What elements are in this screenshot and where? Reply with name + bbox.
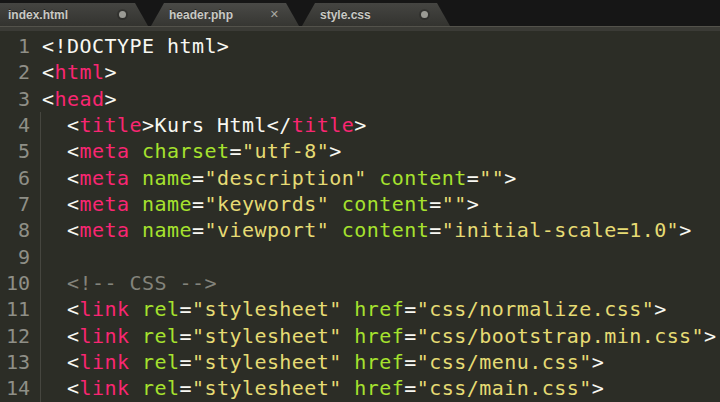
token: head bbox=[55, 87, 105, 111]
line-text: <link rel="stylesheet" href="css/menu.cs… bbox=[42, 349, 604, 375]
token: href bbox=[354, 324, 404, 348]
token bbox=[129, 218, 142, 242]
token: < bbox=[42, 192, 79, 216]
line-number[interactable]: 1 bbox=[0, 33, 30, 59]
token: > bbox=[654, 297, 667, 321]
token: = bbox=[179, 376, 192, 400]
line-text: <link rel="stylesheet" href="css/normali… bbox=[42, 296, 667, 322]
line-number[interactable]: 11 bbox=[0, 296, 30, 322]
token: name bbox=[142, 166, 192, 190]
code-line[interactable]: 10 <!-- CSS --> bbox=[0, 270, 720, 296]
tab-style.css[interactable]: style.css bbox=[302, 3, 450, 26]
token: = bbox=[467, 166, 480, 190]
token bbox=[42, 271, 67, 295]
code-line[interactable]: 13 <link rel="stylesheet" href="css/menu… bbox=[0, 349, 720, 375]
token: > bbox=[104, 87, 117, 111]
token: > bbox=[679, 218, 692, 242]
code-line[interactable]: 11 <link rel="stylesheet" href="css/norm… bbox=[0, 296, 720, 322]
token: > bbox=[504, 166, 517, 190]
token bbox=[329, 192, 342, 216]
token: "css/menu.css" bbox=[417, 350, 592, 374]
token: > bbox=[354, 113, 367, 137]
token bbox=[367, 166, 380, 190]
tab-header.php[interactable]: header.php✕ bbox=[151, 3, 299, 26]
code-line[interactable]: 3<head> bbox=[0, 86, 720, 112]
token bbox=[129, 297, 142, 321]
indent-guide bbox=[40, 112, 41, 402]
token: charset bbox=[142, 139, 229, 163]
code-line[interactable]: 6 <meta name="description" content=""> bbox=[0, 165, 720, 191]
tab-label: style.css bbox=[320, 8, 371, 22]
line-number[interactable]: 4 bbox=[0, 112, 30, 138]
code-line[interactable]: 8 <meta name="viewport" content="initial… bbox=[0, 217, 720, 243]
token: "" bbox=[479, 166, 504, 190]
code-line[interactable]: 4 <title>Kurs Html</title> bbox=[0, 112, 720, 138]
code-editor[interactable]: 1<!DOCTYPE html>2<html>3<head>4 <title>K… bbox=[0, 31, 720, 402]
token: rel bbox=[142, 297, 179, 321]
token bbox=[129, 324, 142, 348]
token: "stylesheet" bbox=[192, 376, 342, 400]
line-text: <head> bbox=[42, 86, 117, 112]
token bbox=[129, 376, 142, 400]
token: = bbox=[179, 324, 192, 348]
line-number[interactable]: 10 bbox=[0, 270, 30, 296]
token: >Kurs Html</ bbox=[142, 113, 292, 137]
code-line[interactable]: 9 bbox=[0, 244, 720, 270]
token bbox=[329, 218, 342, 242]
token: rel bbox=[142, 376, 179, 400]
token: = bbox=[429, 218, 442, 242]
token: title bbox=[292, 113, 354, 137]
code-line[interactable]: 7 <meta name="keywords" content=""> bbox=[0, 191, 720, 217]
code-line[interactable]: 1<!DOCTYPE html> bbox=[0, 33, 720, 59]
token: meta bbox=[79, 139, 129, 163]
line-text: <meta name="viewport" content="initial-s… bbox=[42, 217, 692, 243]
line-number[interactable]: 3 bbox=[0, 86, 30, 112]
code-line[interactable]: 14 <link rel="stylesheet" href="css/main… bbox=[0, 375, 720, 401]
line-text: <title>Kurs Html</title> bbox=[42, 112, 367, 138]
code-line[interactable]: 12 <link rel="stylesheet" href="css/boot… bbox=[0, 323, 720, 349]
token: < bbox=[42, 166, 79, 190]
token: "css/normalize.css" bbox=[417, 297, 654, 321]
token bbox=[129, 350, 142, 374]
token: title bbox=[79, 113, 141, 137]
line-number[interactable]: 7 bbox=[0, 191, 30, 217]
token: = bbox=[192, 218, 205, 242]
token: = bbox=[404, 297, 417, 321]
token: < bbox=[42, 376, 79, 400]
line-number[interactable]: 14 bbox=[0, 375, 30, 401]
close-icon[interactable]: ✕ bbox=[270, 7, 279, 22]
line-number[interactable]: 5 bbox=[0, 138, 30, 164]
token bbox=[342, 376, 355, 400]
line-number[interactable]: 9 bbox=[0, 244, 30, 270]
token: < bbox=[42, 60, 55, 84]
line-text: <!-- CSS --> bbox=[42, 270, 217, 296]
token: "viewport" bbox=[204, 218, 329, 242]
token: "css/bootstrap.min.css" bbox=[417, 324, 704, 348]
token: "keywords" bbox=[204, 192, 329, 216]
line-number[interactable]: 8 bbox=[0, 217, 30, 243]
tab-index.html[interactable]: index.html bbox=[0, 3, 148, 26]
line-text: <meta name="description" content=""> bbox=[42, 165, 517, 191]
token: < bbox=[42, 350, 79, 374]
token: = bbox=[192, 166, 205, 190]
token: "css/main.css" bbox=[417, 376, 592, 400]
token: > bbox=[467, 192, 480, 216]
line-number[interactable]: 13 bbox=[0, 349, 30, 375]
token: html bbox=[55, 60, 105, 84]
code-lines: 1<!DOCTYPE html>2<html>3<head>4 <title>K… bbox=[0, 33, 720, 402]
token: link bbox=[79, 350, 129, 374]
line-text: <meta name="keywords" content=""> bbox=[42, 191, 479, 217]
token bbox=[129, 166, 142, 190]
token: "" bbox=[442, 192, 467, 216]
line-number[interactable]: 6 bbox=[0, 165, 30, 191]
code-line[interactable]: 5 <meta charset="utf-8"> bbox=[0, 138, 720, 164]
code-line[interactable]: 2<html> bbox=[0, 59, 720, 85]
token: < bbox=[42, 139, 79, 163]
line-number[interactable]: 12 bbox=[0, 323, 30, 349]
token: content bbox=[342, 192, 429, 216]
token: "stylesheet" bbox=[192, 350, 342, 374]
editor-window: index.htmlheader.php✕style.css 1<!DOCTYP… bbox=[0, 0, 720, 402]
line-number[interactable]: 2 bbox=[0, 59, 30, 85]
token: "stylesheet" bbox=[192, 324, 342, 348]
modified-dot-icon bbox=[119, 11, 126, 18]
